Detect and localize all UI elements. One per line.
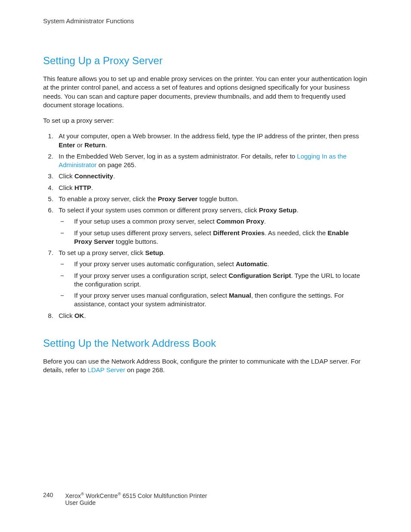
text: Click [59,172,75,180]
text: To select if your system uses common or … [59,206,259,214]
text: User Guide [65,499,207,506]
lead-paragraph: To set up a proxy server: [43,116,368,125]
registered-icon: ® [118,492,121,496]
text: . [296,206,298,214]
text: . [113,172,115,180]
section-heading-proxy: Setting Up a Proxy Server [43,55,368,67]
text: Xerox [65,492,81,499]
registered-icon: ® [81,492,84,496]
step-2: In the Embedded Web Server, log in as a … [55,152,368,170]
bold-text: Automatic [236,260,267,268]
bold-text: Return [84,141,105,149]
link-ldap-server[interactable]: LDAP Server [87,366,125,373]
text: To set up a proxy server, click [59,249,145,256]
document-page: System Administrator Functions Setting U… [0,0,411,532]
product-line: Xerox® WorkCentre® 6515 Color Multifunct… [65,492,207,506]
text: . [84,312,86,319]
step-5: To enable a proxy server, click the Prox… [55,195,368,203]
text: toggle buttons. [114,238,159,245]
bold-text: HTTP [75,184,91,191]
intro-paragraph: This feature allows you to set up and en… [43,75,368,109]
address-book-paragraph: Before you can use the Network Address B… [43,357,368,375]
bold-text: Common Proxy [216,218,264,225]
text: . [163,249,165,256]
text: If your proxy server uses automatic conf… [74,260,236,268]
sub-item: If your proxy server uses automatic conf… [59,260,368,268]
section-heading-address-book: Setting Up the Network Address Book [43,337,368,349]
sub-list: If your proxy server uses automatic conf… [59,260,368,308]
text: Click [59,312,75,319]
page-number: 240 [43,492,53,498]
text: . [105,141,107,149]
text: Click [59,184,75,191]
sub-item: If your setup uses a common proxy server… [59,217,368,226]
bold-text: Enter [59,141,75,149]
sub-item: If your proxy server uses manual configu… [59,291,368,309]
bold-text: Connectivity [75,172,113,180]
text: 6515 Color Multifunction Printer [121,492,207,499]
text: on page 268. [125,366,165,373]
bold-text: Different Proxies [213,229,265,236]
text: . As needed, click the [265,229,327,236]
text: or [75,141,84,149]
text: . [91,184,93,191]
text: . [264,218,266,225]
text: on page 265. [97,161,136,168]
bold-text: OK [75,312,84,319]
text: If your setup uses different proxy serve… [74,229,213,236]
sub-item: If your proxy server uses a configuratio… [59,271,368,289]
steps-list: At your computer, open a Web browser. In… [43,132,368,320]
step-3: Click Connectivity. [55,172,368,180]
page-footer: 240 Xerox® WorkCentre® 6515 Color Multif… [43,492,207,506]
text: In the Embedded Web Server, log in as a … [59,152,297,160]
bold-text: Manual [229,292,251,299]
text: . [268,260,269,268]
text: If your proxy server uses a configuratio… [74,272,228,279]
step-4: Click HTTP. [55,184,368,192]
step-7: To set up a proxy server, click Setup. I… [55,249,368,309]
text: To enable a proxy server, click the [59,195,158,202]
sub-list: If your setup uses a common proxy server… [59,217,368,246]
step-6: To select if your system uses common or … [55,206,368,246]
text: WorkCentre [84,492,118,499]
bold-text: Proxy Server [158,195,198,202]
running-header: System Administrator Functions [43,17,368,25]
step-1: At your computer, open a Web browser. In… [55,132,368,149]
sub-item: If your setup uses different proxy serve… [59,229,368,246]
text: toggle button. [198,195,239,202]
bold-text: Proxy Setup [259,206,297,214]
text: If your proxy server uses manual configu… [74,292,229,299]
text: If your setup uses a common proxy server… [74,218,216,225]
bold-text: Configuration Script [228,272,291,279]
step-8: Click OK. [55,311,368,320]
bold-text: Setup [145,249,163,256]
text: At your computer, open a Web browser. In… [59,132,359,140]
